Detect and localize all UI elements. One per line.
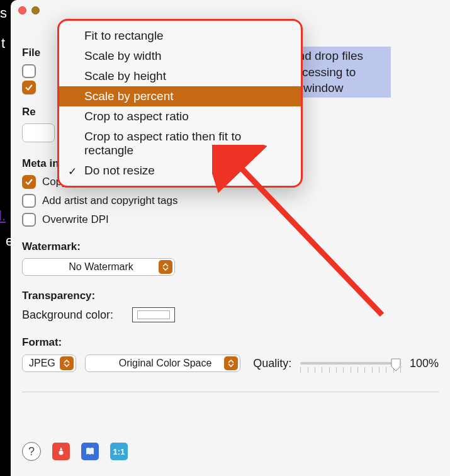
artist-tags-label: Add artist and copyright tags [42,195,177,207]
background-color-label: Background color: [22,309,113,322]
app-window: and drop files rocessing to is window Fi… [11,0,450,476]
transparency-section-label: Transparency: [22,290,439,302]
background-text-fragment: l. e [0,208,6,224]
artist-tags-checkbox[interactable] [22,194,36,208]
close-window-button[interactable] [18,6,26,14]
divider [22,392,439,392]
quality-value: 100% [410,357,439,370]
format-section-label: Format: [22,336,439,349]
format-value: JPEG [29,358,55,369]
background-text-fragment: s [0,5,7,21]
menu-item-label: Do not resize [84,164,155,177]
menu-item-label: Crop to aspect ratio then fit to rectang… [84,130,241,157]
help-icon: ? [28,445,35,458]
background-text-fragment: t [1,35,5,52]
resize-menu: Fit to rectangle Scale by width Scale by… [57,19,303,188]
quality-slider[interactable] [300,354,401,373]
overwrite-dpi-label: Overwrite DPI [42,213,109,226]
stepper-icon [224,356,238,370]
watermark-dropdown[interactable]: No Watermark [22,258,175,276]
watermark-section-label: Watermark: [22,241,439,253]
resize-menu-item-crop-aspect[interactable]: Crop to aspect ratio [59,106,301,127]
slider-thumb-icon [390,358,402,371]
window-controls [18,6,53,14]
minimize-window-button[interactable] [31,6,40,14]
stepper-icon [159,260,172,274]
background-color-well[interactable] [132,307,175,322]
resize-menu-item-scale-percent[interactable]: Scale by percent [59,86,301,106]
resize-menu-item-fit-rectangle[interactable]: Fit to rectangle [59,26,301,46]
file-checkbox-1[interactable] [22,64,36,78]
colorspace-dropdown[interactable]: Original Color Space [85,354,240,372]
check-icon: ✓ [68,165,77,178]
quality-label: Quality: [253,357,291,370]
footer-toolbar: ? 1:1 [22,442,128,461]
svg-point-0 [59,451,64,455]
file-checkbox-2[interactable] [22,81,36,94]
resize-section-label: Re [22,106,36,118]
menu-item-label: Scale by height [84,69,166,82]
colorspace-value: Original Color Space [119,358,212,369]
watermark-value: No Watermark [69,261,133,273]
resize-dropdown-partial[interactable] [22,123,55,142]
ratio-text: 1:1 [113,447,125,456]
ratio-icon[interactable]: 1:1 [110,443,128,460]
overwrite-dpi-checkbox[interactable] [22,213,36,227]
menu-item-label: Fit to rectangle [84,29,164,42]
menu-item-label: Scale by percent [84,89,174,103]
stepper-icon [60,356,74,370]
book-icon[interactable] [81,443,99,460]
copy-metadata-checkbox[interactable] [22,175,36,189]
menu-item-label: Scale by width [84,49,162,62]
resize-menu-item-crop-then-fit[interactable]: Crop to aspect ratio then fit to rectang… [59,127,301,161]
resize-menu-item-scale-height[interactable]: Scale by height [59,66,301,86]
flower-icon[interactable] [52,443,70,460]
resize-menu-item-do-not-resize[interactable]: ✓ Do not resize [59,161,301,181]
menu-item-label: Crop to aspect ratio [84,110,189,123]
resize-menu-item-scale-width[interactable]: Scale by width [59,46,301,66]
format-dropdown[interactable]: JPEG [22,354,76,372]
help-button[interactable]: ? [22,442,41,461]
